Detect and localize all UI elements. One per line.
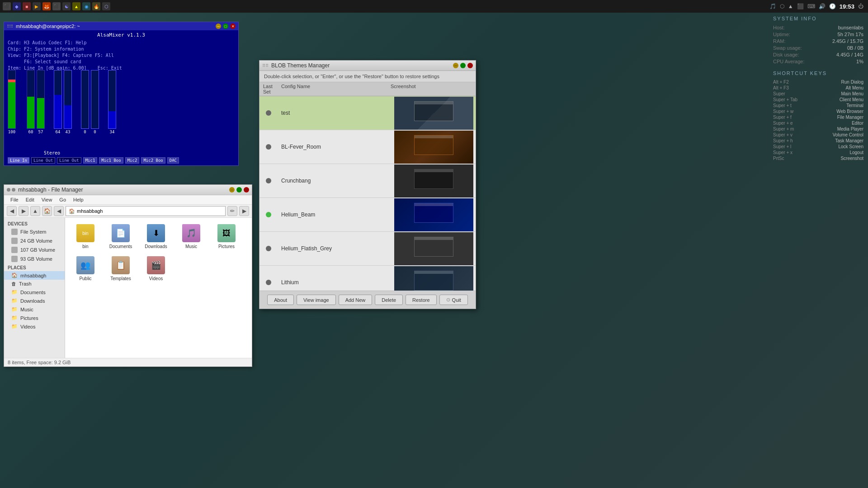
fm-title: mhsabbagh - File Manager: [18, 187, 83, 193]
fm-edit-path-button[interactable]: ✏: [227, 206, 237, 216]
swap-label: Swap usage:: [773, 45, 802, 51]
blob-theme-fever[interactable]: BL-Fever_Room: [259, 130, 476, 164]
blob-about-button[interactable]: About: [267, 295, 294, 305]
blob-screenshot-helium-flatish: [394, 232, 473, 265]
fm-filesystem-icon: [11, 229, 18, 235]
tab-mic1boo[interactable]: Mic1 Boo: [99, 157, 123, 164]
fm-home-sidebar-icon: 🏠: [11, 272, 18, 278]
fm-close-button[interactable]: ✕: [244, 187, 249, 192]
app-icon-5[interactable]: 🦊: [42, 2, 51, 10]
app-icon-11[interactable]: ⬡: [102, 2, 110, 10]
fm-file-bin[interactable]: bin bin: [70, 222, 101, 251]
blob-col-configname: Config Name: [281, 84, 391, 94]
fm-file-downloads[interactable]: ⬇ Downloads: [140, 222, 172, 251]
blob-theme-helium-flatish[interactable]: Helium_Flatish_Grey: [259, 232, 476, 266]
tab-mic2[interactable]: Mic2: [125, 157, 140, 164]
fm-sidebar-downloads[interactable]: 📁 Downloads: [4, 296, 65, 305]
tab-lineout1[interactable]: Line Out: [31, 157, 55, 164]
fm-sidebar-documents[interactable]: 📁 Documents: [4, 288, 65, 296]
fm-menu-go[interactable]: Go: [56, 196, 70, 203]
fm-file-videos[interactable]: 🎬 Videos: [140, 254, 172, 283]
preview-window-dec-flatish: [414, 237, 454, 257]
blob-name-helium-flatish: Helium_Flatish_Grey: [278, 245, 394, 252]
fm-sidebar-24gb[interactable]: 24 GB Volume: [4, 236, 65, 245]
fm-sidebar-pictures[interactable]: 📁 Pictures: [4, 314, 65, 322]
app-icon-7[interactable]: ☯: [62, 2, 71, 10]
alsamixer-window: ⠿⠿ mhsabbagh@orangepipc2: ~ ─ □ ✕ AlsaMi…: [4, 22, 239, 166]
fm-file-documents[interactable]: 📄 Documents: [105, 222, 137, 251]
fm-minimize-button[interactable]: ─: [229, 187, 235, 192]
fm-sidebar-mhsabbagh[interactable]: 🏠 mhsabbagh: [4, 271, 65, 280]
fm-file-templates[interactable]: 📋 Templates: [105, 254, 137, 283]
fm-menu-file[interactable]: File: [7, 196, 22, 203]
alsamixer-maximize-button[interactable]: □: [223, 23, 228, 29]
fm-forward-button[interactable]: ▶: [19, 206, 28, 216]
blob-quit-button[interactable]: ⊙ Quit: [439, 295, 468, 305]
blob-themes-window: ⠿⠿ BLOB Themes Manager ─ □ ✕ Double-clic…: [259, 60, 476, 309]
app-icon-10[interactable]: 🔥: [92, 2, 100, 10]
tray-media-icon: 🎵: [769, 3, 776, 9]
fm-sidebar-videos[interactable]: 📁 Videos: [4, 322, 65, 331]
fm-mhsabbagh-label: mhsabbagh: [20, 273, 47, 278]
blob-close-button[interactable]: ✕: [467, 63, 473, 68]
fm-scroll-left-button[interactable]: ◀: [54, 206, 64, 216]
fm-body: DEVICES File System 24 GB Volume 107 GB …: [4, 218, 252, 358]
fm-maximize-button[interactable]: □: [236, 187, 242, 192]
fm-file-pictures[interactable]: 🖼 Pictures: [211, 222, 242, 251]
fm-back-button[interactable]: ◀: [7, 206, 17, 216]
alsamixer-controls[interactable]: ─ □ ✕: [216, 23, 236, 29]
fm-up-button[interactable]: ▲: [30, 206, 40, 216]
tab-dac[interactable]: DAC: [167, 157, 179, 164]
tray-bt-icon: ⬡: [780, 3, 784, 9]
app-icon-8[interactable]: ▲: [72, 2, 80, 10]
val-lineout1: 60: [28, 130, 33, 134]
fm-menu-view[interactable]: View: [38, 196, 56, 203]
preview-window-dec-test: [414, 101, 454, 121]
blob-dot-helium-flatish: [266, 246, 271, 251]
app-icon-2[interactable]: ◆: [13, 2, 21, 10]
blob-restore-button[interactable]: Restore: [406, 295, 437, 305]
fm-address-bar[interactable]: 🏠 mhsabbagh: [66, 206, 226, 216]
blob-theme-crunchbang[interactable]: Crunchbang: [259, 164, 476, 198]
fm-menu-edit[interactable]: Edit: [22, 196, 38, 203]
fm-24gb-label: 24 GB Volume: [20, 238, 52, 244]
blob-theme-test[interactable]: test: [259, 96, 476, 130]
blob-table-header: Last Set Config Name Screenshot: [259, 82, 476, 96]
fm-bin-label: bin: [82, 244, 88, 249]
tab-mic2boo[interactable]: Mic2 Boo: [141, 157, 165, 164]
fm-sidebar-filesystem[interactable]: File System: [4, 227, 65, 236]
blob-maximize-button[interactable]: □: [460, 63, 466, 68]
fm-file-public[interactable]: 👥 Public: [70, 254, 101, 283]
fm-sidebar-93gb[interactable]: 93 GB Volume: [4, 254, 65, 263]
app-icon-3[interactable]: ■: [23, 2, 31, 10]
tab-mic1[interactable]: Mic1: [83, 157, 98, 164]
fm-sidebar-107gb[interactable]: 107 GB Volume: [4, 245, 65, 254]
blob-col-lastset: Last Set: [263, 84, 281, 94]
app-icon-6[interactable]: ⬛: [52, 2, 61, 10]
fm-window-controls[interactable]: ─ □ ✕: [229, 187, 249, 192]
alsamixer-minimize-button[interactable]: ─: [216, 23, 221, 29]
blob-window-controls[interactable]: ─ □ ✕: [453, 63, 473, 68]
blob-delete-button[interactable]: Delete: [375, 295, 403, 305]
app-icon-4[interactable]: ▶: [33, 2, 41, 10]
blob-theme-lithium[interactable]: Lithium: [259, 266, 476, 291]
fm-menu-help[interactable]: Help: [70, 196, 87, 203]
fm-sidebar-trash[interactable]: 🗑 Trash: [4, 280, 65, 288]
app-icon-1[interactable]: ⬛: [3, 2, 11, 10]
blob-theme-helium-beam[interactable]: Helium_Beam: [259, 198, 476, 232]
system-info-title: SYSTEM INFO: [773, 16, 863, 21]
bar-mic2: [81, 70, 89, 129]
blob-viewimage-button[interactable]: View image: [297, 295, 336, 305]
fm-scroll-right-button[interactable]: ▶: [239, 206, 249, 216]
blob-addnew-button[interactable]: Add New: [339, 295, 373, 305]
power-icon[interactable]: ⏻: [858, 3, 863, 9]
blob-minimize-button[interactable]: ─: [453, 63, 458, 68]
fm-sidebar-music[interactable]: 📁 Music: [4, 305, 65, 314]
fm-home-button[interactable]: 🏠: [42, 206, 52, 216]
tab-linein[interactable]: Line In: [8, 157, 29, 164]
blob-dot-lithium: [266, 280, 271, 285]
app-icon-9[interactable]: ◉: [82, 2, 90, 10]
tab-lineout2[interactable]: Line Out: [57, 157, 81, 164]
alsamixer-close-button[interactable]: ✕: [230, 23, 236, 29]
fm-file-music[interactable]: 🎵 Music: [175, 222, 207, 251]
